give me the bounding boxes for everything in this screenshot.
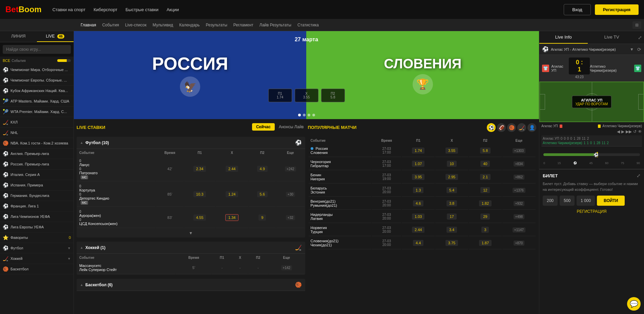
odd-value-p1-2[interactable]: 4.55 [193, 215, 206, 221]
odd-value-p1-1[interactable]: 10.3 [193, 191, 206, 197]
pop-odd-x-4[interactable]: 3.8 [446, 200, 457, 206]
amount-button-200[interactable]: 200 [543, 196, 558, 206]
pop-odd-p2-5[interactable]: 29 [480, 214, 490, 220]
sidebar-item-7[interactable]: 🏀 NBA. Ком.1 гости - Ком.2 хозяева [0, 138, 74, 149]
pop-odd-p1-5[interactable]: 1.03 [412, 214, 424, 220]
sport-filter-other[interactable]: 👤 [527, 123, 536, 132]
stats-eye-button[interactable]: 👁 [638, 129, 642, 134]
match-selector-refresh-icon[interactable]: ⟳ [637, 47, 641, 52]
sport-group-header-football[interactable]: ▲ Футбол (10) ⚽ [77, 137, 305, 149]
sub-nav-calendar[interactable]: Календарь [176, 23, 203, 27]
search-input[interactable] [3, 45, 71, 54]
pop-odd-p2-0[interactable]: 5.8 [480, 148, 491, 154]
pop-more-button-0[interactable]: +1303 [513, 148, 525, 153]
nav-quick-bets[interactable]: Быстрые ставки [126, 7, 159, 12]
sub-nav-main[interactable]: Главная [78, 23, 99, 27]
live-tab-now[interactable]: Сейчас [252, 123, 275, 131]
sidebar-all-header[interactable]: ВСЕ События [0, 57, 74, 65]
sidebar-item-1[interactable]: ⚽ Чемпионат Европы. Сборные. ... [0, 75, 74, 86]
odd-btn-x[interactable]: Х 3.55 [295, 89, 318, 102]
sub-nav-events[interactable]: События [100, 23, 122, 27]
register-button[interactable]: Регистрация [595, 4, 639, 15]
pop-odd-p2-7[interactable]: 1.87 [479, 240, 492, 246]
pop-odd-x-2[interactable]: 2.95 [445, 174, 458, 180]
sub-nav-rules[interactable]: Регламент [231, 23, 256, 27]
chat-bubble-button[interactable]: 💬 [627, 297, 641, 311]
odd-value-p2-0[interactable]: 4.9 [257, 166, 268, 172]
pop-odd-p1-6[interactable]: 2.44 [412, 227, 424, 233]
pop-odd-p1-0[interactable]: 1.74 [412, 148, 424, 154]
sport-filter-basketball[interactable]: 🏀 [507, 123, 516, 132]
pop-more-button-6[interactable]: +1147 [513, 227, 525, 232]
sidebar-item-3[interactable]: 🎾 ATP Masters. Майами. Хард. США [0, 96, 74, 107]
sidebar-tab-live[interactable]: LIVE 46 [37, 31, 74, 42]
odd-value-p2-1[interactable]: 5.6 [257, 191, 268, 197]
stats-prev-button[interactable]: ◀ [617, 129, 620, 134]
sidebar-item-0[interactable]: ⚽ Чемпионат Мира. Отборочные ... [0, 65, 74, 75]
sidebar-item-14[interactable]: ⚽ Лига Чемпионов УЕФА [0, 211, 74, 222]
odd-value-x-1[interactable]: 1.24 [226, 191, 238, 197]
nav-sports[interactable]: Ставки на спорт [53, 7, 86, 12]
sub-nav-results[interactable]: Результаты [203, 23, 230, 27]
pop-odd-x-6[interactable]: 3.4 [446, 227, 457, 233]
banner-dot-1[interactable] [303, 114, 306, 116]
expand-football-button[interactable]: ▼ [77, 229, 305, 238]
odd-value-p2-2[interactable]: 9 [258, 215, 266, 221]
sub-nav-live-list[interactable]: Live-список [122, 23, 149, 27]
stats-fast-forward-button[interactable]: ▶▶ [626, 129, 632, 134]
sport-filter-football[interactable]: ⚽ [487, 123, 496, 132]
pop-odd-p1-4[interactable]: 4.6 [413, 200, 423, 206]
right-panel-tab-live-info[interactable]: Live Info [539, 31, 588, 44]
odd-value-p1-0[interactable]: 2.34 [193, 166, 206, 172]
sidebar-item-9[interactable]: ⚽ Россия. Премьер-лига [0, 159, 74, 170]
sidebar-item-13[interactable]: ⚽ Франция. Лига 1 [0, 201, 74, 211]
banner-dot-3[interactable] [312, 114, 315, 116]
odd-btn-p2[interactable]: П2 5.8 [321, 89, 345, 102]
pop-odd-p2-6[interactable]: 3 [481, 227, 489, 233]
odd-btn-p1[interactable]: П1 1.74 [268, 89, 292, 102]
pop-odd-p1-7[interactable]: 4.4 [413, 240, 423, 246]
match-selector-chevron[interactable]: ▼ [630, 47, 634, 52]
pop-more-button-5[interactable]: +498 [514, 214, 525, 219]
sub-nav-stats[interactable]: Статистика [295, 23, 321, 27]
sidebar-item-2[interactable]: ⚽ Кубок Африканских Наций. Ква... [0, 86, 74, 96]
pop-odd-p2-1[interactable]: 40 [480, 161, 490, 167]
odd-value-x-2[interactable]: 1.34 [225, 214, 238, 221]
expand-panel-icon[interactable]: ⤢ [638, 35, 642, 40]
amount-button-500[interactable]: 500 [560, 196, 575, 206]
sidebar-item-17[interactable]: ⚽ Футбол ▼ [0, 243, 74, 253]
pop-odd-p2-3[interactable]: 12 [480, 187, 490, 193]
sidebar-item-8[interactable]: ⚽ Англия. Премьер-лига [0, 149, 74, 159]
sidebar-item-6[interactable]: 🏒 NHL [0, 128, 74, 138]
sidebar-item-15[interactable]: ⚽ Лига Европы УЕФА [0, 222, 74, 232]
pop-odd-p1-2[interactable]: 3.95 [412, 174, 424, 180]
sub-nav-live-results[interactable]: Лайв Результаты [257, 23, 294, 27]
odd-value-x-0[interactable]: 2.44 [226, 166, 238, 172]
amount-button-1000[interactable]: 1 000 [577, 196, 595, 206]
banner-dot-2[interactable] [308, 114, 310, 116]
ticket-expand-icon[interactable]: ⤢ [637, 173, 641, 178]
pop-odd-p2-4[interactable]: 1.82 [479, 200, 492, 206]
sidebar-item-12[interactable]: ⚽ Германия. Бундеслига [0, 190, 74, 201]
pop-odd-p1-3[interactable]: 1.3 [413, 187, 423, 193]
pop-more-button-4[interactable]: +932 [514, 201, 525, 206]
sidebar-item-18[interactable]: 🏒 Хоккей ▼ [0, 253, 74, 264]
pop-odd-x-5[interactable]: 17 [447, 214, 456, 220]
hockey-more-button-0[interactable]: +142 [281, 265, 292, 270]
sidebar-item-5[interactable]: 🏒 КХЛ [0, 117, 74, 128]
pop-more-button-3[interactable]: +1376 [513, 188, 525, 193]
sidebar-item-19[interactable]: 🏀 Баскетбол [0, 264, 74, 274]
pop-odd-x-3[interactable]: 5.4 [446, 187, 457, 193]
more-button-2[interactable]: +32 [286, 215, 295, 220]
right-panel-tab-live-tv[interactable]: Live TV [588, 31, 636, 44]
stats-refresh-button[interactable]: ↺ [633, 129, 637, 134]
ticket-login-button[interactable]: ВОЙТИ [597, 196, 625, 206]
sidebar-tab-line[interactable]: ЛИНИЯ [0, 31, 37, 42]
sidebar-item-10[interactable]: ⚽ Италия. Серия А [0, 170, 74, 180]
more-button-0[interactable]: +242 [285, 166, 296, 172]
grid-toggle-button[interactable]: ⊞ [632, 21, 641, 29]
pop-more-button-2[interactable]: +862 [514, 175, 525, 180]
sport-filter-american-football[interactable]: 🏈 [497, 123, 506, 132]
ticket-register-link[interactable]: РЕГИСТРАЦИЯ [543, 209, 641, 214]
sport-group-header-hockey[interactable]: ▲ Хоккей (1) 🏒 [77, 242, 305, 254]
